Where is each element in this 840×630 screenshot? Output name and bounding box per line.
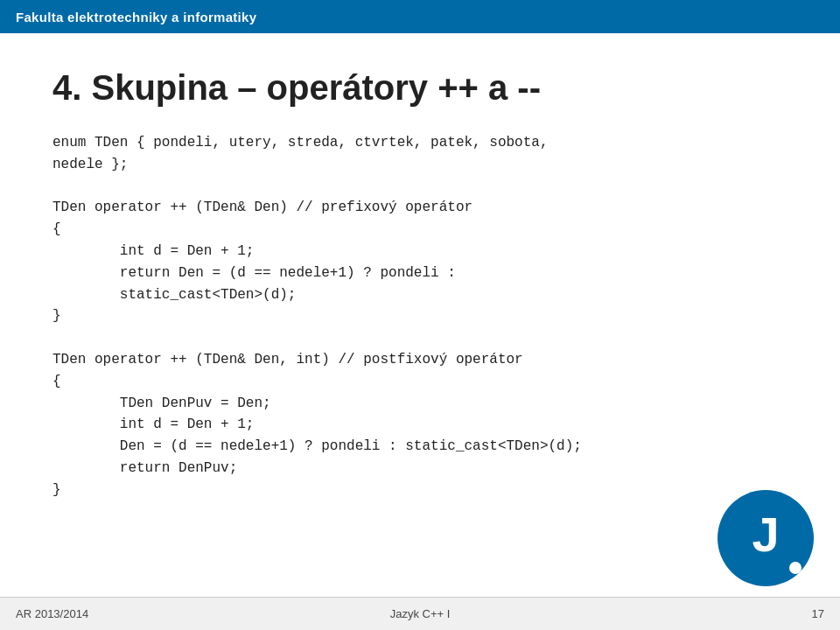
logo-circle: J (718, 490, 814, 586)
footer-center: Jazyk C++ I (285, 607, 555, 620)
logo-dot (789, 562, 802, 574)
code-block: enum TDen { pondeli, utery, streda, ctvr… (52, 132, 788, 501)
slide-content: 4. Skupina – operátory ++ a -- enum TDen… (0, 33, 840, 519)
logo-container: J (718, 490, 814, 586)
slide-title: 4. Skupina – operátory ++ a -- (52, 68, 788, 108)
footer-right: 17 (555, 607, 824, 620)
header-bar: Fakulta elektrotechniky a informatiky (0, 0, 840, 33)
footer: AR 2013/2014 Jazyk C++ I 17 (0, 597, 840, 630)
header-title: Fakulta elektrotechniky a informatiky (16, 10, 256, 24)
logo-letter: J (752, 510, 779, 559)
footer-left: AR 2013/2014 (16, 607, 285, 620)
